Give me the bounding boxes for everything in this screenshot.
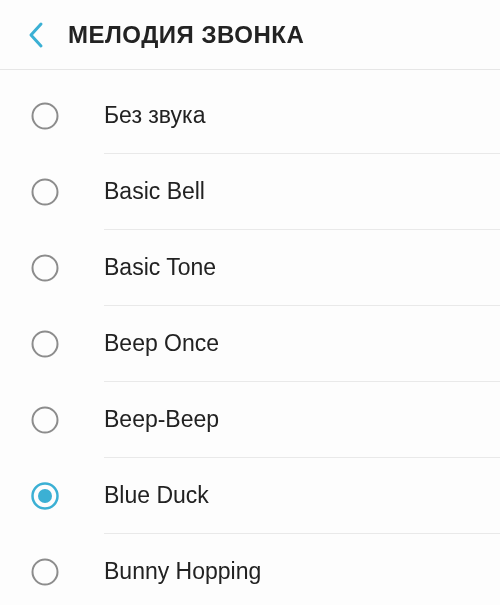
- back-button[interactable]: [16, 15, 56, 55]
- ringtone-label-wrap: Basic Bell: [104, 154, 500, 230]
- ringtone-row[interactable]: Blue Duck: [0, 458, 500, 534]
- ringtone-label-wrap: Bunny Hopping: [104, 534, 500, 605]
- header: МЕЛОДИЯ ЗВОНКА: [0, 0, 500, 70]
- radio-selected-icon[interactable]: [30, 481, 60, 511]
- radio-unselected-icon[interactable]: [30, 329, 60, 359]
- ringtone-label-wrap: Beep-Beep: [104, 382, 500, 458]
- ringtone-row[interactable]: Без звука: [0, 78, 500, 154]
- ringtone-row[interactable]: Basic Tone: [0, 230, 500, 306]
- svg-point-6: [38, 489, 52, 503]
- ringtone-row[interactable]: Beep Once: [0, 306, 500, 382]
- ringtone-label: Beep-Beep: [104, 406, 219, 434]
- ringtone-label: Blue Duck: [104, 482, 209, 510]
- ringtone-label-wrap: Blue Duck: [104, 458, 500, 534]
- ringtone-label: Без звука: [104, 102, 205, 130]
- ringtone-label: Beep Once: [104, 330, 219, 358]
- svg-point-1: [33, 180, 58, 205]
- ringtone-row[interactable]: Bunny Hopping: [0, 534, 500, 605]
- ringtone-label: Basic Bell: [104, 178, 205, 206]
- ringtone-label-wrap: Beep Once: [104, 306, 500, 382]
- ringtone-label-wrap: Без звука: [104, 78, 500, 154]
- svg-point-0: [33, 104, 58, 129]
- radio-unselected-icon[interactable]: [30, 405, 60, 435]
- radio-unselected-icon[interactable]: [30, 101, 60, 131]
- svg-point-2: [33, 256, 58, 281]
- radio-unselected-icon[interactable]: [30, 253, 60, 283]
- ringtone-row[interactable]: Beep-Beep: [0, 382, 500, 458]
- radio-unselected-icon[interactable]: [30, 557, 60, 587]
- ringtone-label-wrap: Basic Tone: [104, 230, 500, 306]
- ringtone-list: Без звукаBasic BellBasic ToneBeep OnceBe…: [0, 70, 500, 605]
- svg-point-7: [33, 560, 58, 585]
- ringtone-label: Basic Tone: [104, 254, 216, 282]
- ringtone-row[interactable]: Basic Bell: [0, 154, 500, 230]
- svg-point-3: [33, 332, 58, 357]
- page-title: МЕЛОДИЯ ЗВОНКА: [68, 21, 304, 49]
- radio-unselected-icon[interactable]: [30, 177, 60, 207]
- chevron-left-icon: [27, 21, 45, 49]
- svg-point-4: [33, 408, 58, 433]
- ringtone-label: Bunny Hopping: [104, 558, 261, 586]
